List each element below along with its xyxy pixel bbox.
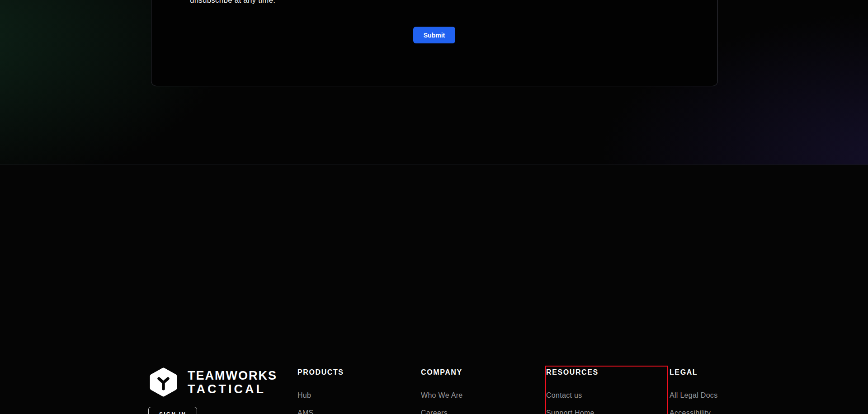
footer-column-products: PRODUCTS Hub AMS Nutrition [297, 368, 401, 414]
footer-link-contact-us[interactable]: Contact us [546, 391, 650, 400]
footer-link-careers[interactable]: Careers [421, 409, 525, 414]
sign-in-button[interactable]: SIGN IN [148, 407, 197, 414]
teamworks-hexagon-icon [148, 367, 179, 397]
products-heading: PRODUCTS [297, 368, 401, 376]
newsletter-section: unsubscribe at any time. Submit [0, 0, 868, 165]
footer-link-support-home[interactable]: Support Home [546, 409, 650, 414]
brand-line1: TEAMWORKS [188, 369, 277, 382]
footer-link-accessibility[interactable]: Accessibility [670, 409, 774, 414]
legal-heading: LEGAL [670, 368, 774, 376]
brand-wordmark: TEAMWORKS TACTICAL [188, 367, 277, 397]
brand-line2: TACTICAL [188, 382, 277, 396]
footer-link-who-we-are[interactable]: Who We Are [421, 391, 525, 400]
footer-column-company: COMPANY Who We Are Careers [421, 368, 525, 414]
submit-button[interactable]: Submit [413, 27, 455, 43]
footer-link-all-legal-docs[interactable]: All Legal Docs [670, 391, 774, 400]
company-heading: COMPANY [421, 368, 525, 376]
footer-link-hub[interactable]: Hub [297, 391, 401, 400]
newsletter-disclaimer-text: unsubscribe at any time. [190, 0, 275, 5]
page: unsubscribe at any time. Submit TEAMWORK… [0, 0, 868, 414]
brand-logo[interactable]: TEAMWORKS TACTICAL [148, 367, 277, 397]
resources-heading: RESOURCES [546, 368, 650, 376]
footer-link-ams[interactable]: AMS [297, 409, 401, 414]
footer-column-legal: LEGAL All Legal Docs Accessibility Priva… [670, 368, 774, 414]
footer-column-resources: RESOURCES Contact us Support Home Learni… [546, 368, 650, 414]
site-footer: TEAMWORKS TACTICAL SIGN IN (202) 875-893… [0, 165, 868, 414]
